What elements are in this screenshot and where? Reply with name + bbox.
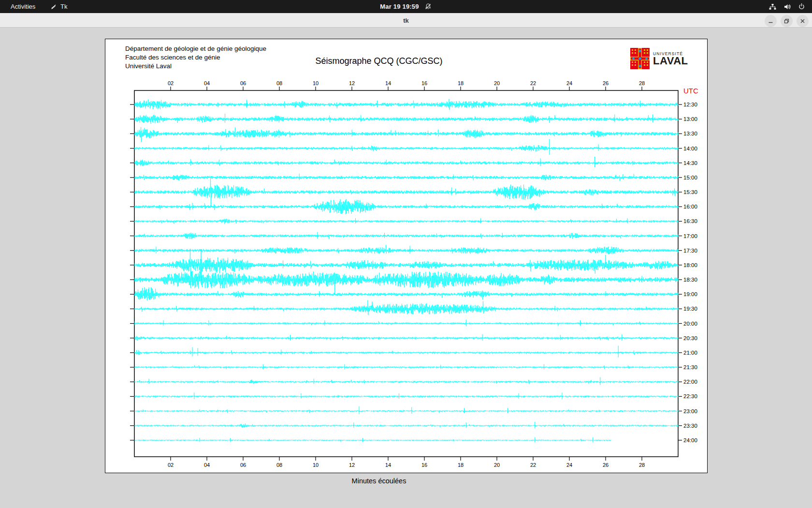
- time-label: 18:30: [683, 277, 697, 283]
- time-label: 16:00: [683, 204, 697, 209]
- x-tick-label-top: 12: [349, 80, 355, 86]
- x-tick-label-top: 04: [204, 80, 210, 86]
- time-label: 20:00: [683, 321, 697, 327]
- time-label: 12:30: [683, 102, 697, 107]
- activities-label: Activities: [11, 3, 35, 10]
- x-axis-title: Minutes écoulées: [352, 477, 406, 485]
- seismogram-trace: [134, 245, 679, 254]
- institution-header: Département de géologie et de génie géol…: [125, 45, 266, 71]
- x-tick-label-top: 20: [494, 80, 500, 86]
- seismogram-trace: [134, 287, 679, 300]
- time-label: 21:00: [683, 350, 697, 356]
- x-tick-label-top: 18: [458, 80, 464, 86]
- seismogram-trace: [134, 199, 679, 214]
- seismogram-trace: [134, 174, 679, 181]
- utc-label: UTC: [683, 87, 698, 95]
- seismogram-trace: [134, 300, 679, 315]
- x-tick-label-bottom: 18: [458, 462, 464, 468]
- time-label: 22:00: [683, 379, 697, 385]
- helicorder-plot: 0202040406060808101012121414161618182020…: [105, 39, 708, 474]
- x-tick-label-top: 16: [421, 80, 427, 86]
- seismogram-trace: [134, 336, 679, 340]
- x-tick-label-bottom: 24: [566, 462, 572, 468]
- time-label: 13:00: [683, 116, 697, 122]
- bell-slash-icon: [425, 3, 432, 10]
- seismogram-trace: [134, 395, 679, 397]
- laval-shield-icon: [630, 48, 650, 69]
- time-label: 20:30: [683, 335, 697, 341]
- seismogram-trace: [134, 409, 679, 413]
- time-label: 19:30: [683, 306, 697, 312]
- seismogram-trace: [134, 249, 679, 281]
- x-tick-label-bottom: 20: [494, 462, 500, 468]
- maximize-button[interactable]: [781, 15, 793, 27]
- activities-button[interactable]: Activities: [7, 0, 39, 13]
- seismogram-trace: [134, 350, 679, 355]
- time-label: 15:30: [683, 189, 697, 195]
- window-title: tk: [403, 16, 409, 24]
- x-tick-label-bottom: 02: [168, 462, 174, 468]
- header-line-2: Faculté des sciences et de génie: [125, 53, 266, 62]
- x-tick-label-top: 02: [168, 80, 174, 86]
- x-tick-label-top: 08: [276, 80, 282, 86]
- seismogram-trace: [134, 160, 679, 166]
- power-icon: [798, 3, 805, 10]
- app-indicator-label: Tk: [60, 3, 67, 10]
- minimize-button[interactable]: [765, 15, 777, 27]
- x-tick-label-bottom: 12: [349, 462, 355, 468]
- x-tick-label-bottom: 22: [530, 462, 536, 468]
- clock-menu[interactable]: Mar 19 19:59: [380, 0, 432, 13]
- seismogram-trace: [134, 321, 679, 326]
- time-label: 21:30: [683, 364, 697, 370]
- x-tick-label-top: 28: [639, 80, 645, 86]
- time-label: 23:00: [683, 408, 697, 414]
- time-label: 16:30: [683, 218, 697, 224]
- seismogram-trace: [134, 365, 679, 369]
- x-tick-label-top: 24: [566, 80, 572, 86]
- seismogram-trace: [134, 115, 679, 124]
- x-tick-label-bottom: 14: [385, 462, 391, 468]
- close-button[interactable]: [797, 15, 809, 27]
- seismogram-trace: [134, 145, 679, 151]
- plot-frame: [134, 90, 678, 457]
- app-indicator-tk[interactable]: Tk: [50, 0, 67, 13]
- volume-icon: [783, 3, 791, 11]
- x-tick-label-bottom: 26: [603, 462, 609, 468]
- x-tick-label-bottom: 04: [204, 462, 210, 468]
- clock-text: Mar 19 19:59: [380, 3, 419, 10]
- seismogram-trace: [134, 127, 679, 142]
- seismogram-trace: [134, 233, 679, 239]
- universite-laval-logo: UNIVERSITÉ LAVAL: [630, 48, 688, 69]
- time-label: 17:30: [683, 248, 697, 254]
- x-tick-label-bottom: 10: [313, 462, 319, 468]
- window-titlebar[interactable]: tk: [0, 13, 812, 28]
- seismogram-trace: [134, 219, 679, 224]
- x-tick-label-top: 14: [385, 80, 391, 86]
- header-line-3: Université Laval: [125, 62, 266, 71]
- time-label: 14:30: [683, 160, 697, 166]
- logo-text-laval: LAVAL: [653, 56, 688, 66]
- seismogram-trace: [134, 424, 679, 428]
- time-label: 18:00: [683, 262, 697, 268]
- time-label: 17:00: [683, 233, 697, 239]
- time-label: 15:00: [683, 175, 697, 180]
- seismogram-page: Département de géologie et de génie géol…: [105, 39, 708, 473]
- time-label: 14:00: [683, 146, 697, 151]
- gnome-top-bar: Activities Tk Mar 19 19:59: [0, 0, 812, 13]
- x-tick-label-bottom: 28: [639, 462, 645, 468]
- time-label: 23:30: [683, 423, 697, 429]
- header-line-1: Département de géologie et de génie géol…: [125, 45, 266, 53]
- seismogram-trace: [134, 380, 679, 384]
- x-tick-label-top: 26: [603, 80, 609, 86]
- time-label: 22:30: [683, 393, 697, 399]
- page-title: Séismographe QCQ (CGC/GSC): [315, 56, 442, 66]
- seismogram-trace: [134, 178, 679, 206]
- network-wired-icon: [768, 3, 777, 11]
- time-label: 24:00: [683, 437, 697, 443]
- x-tick-label-top: 10: [313, 80, 319, 86]
- time-label: 19:00: [683, 291, 697, 297]
- system-status-area[interactable]: [768, 0, 805, 13]
- x-tick-label-bottom: 16: [421, 462, 427, 468]
- seismogram-trace: [134, 99, 679, 110]
- tk-feather-icon: [50, 3, 57, 10]
